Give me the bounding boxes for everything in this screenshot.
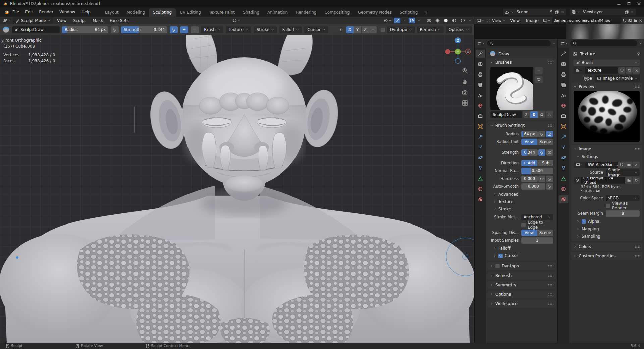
advanced-subpanel[interactable]: Advanced [488,191,556,198]
radius-slider[interactable]: 64 px [521,131,538,137]
symmetry-z-toggle[interactable]: Z [362,26,369,33]
dyntopo-checkbox[interactable] [495,264,500,268]
texture-dropdown[interactable]: Texture [226,26,251,33]
fake-user-shield-button[interactable] [530,111,538,118]
copy-brush-button[interactable] [538,111,545,118]
radius-pressure-button[interactable] [111,26,119,33]
options-header[interactable]: Options [488,290,556,298]
mapping-subpanel[interactable]: Mapping [571,225,642,233]
gizmo-negative-z-axis[interactable] [455,59,461,64]
alpha-subpanel[interactable]: Alpha [571,218,642,225]
tab-animation[interactable]: Animation [263,8,292,17]
brush-select-dropdown[interactable] [535,67,543,74]
tab-physics[interactable] [476,154,485,162]
image-editor-menu-image[interactable]: Image [523,18,541,23]
mode-selector[interactable]: Sculpt Mode [13,17,53,24]
shading-rendered-button[interactable] [460,18,466,23]
panel-grip[interactable] [548,302,553,305]
unlink-button[interactable] [633,162,640,168]
navigation-gizmo[interactable]: Z X Y [444,36,472,64]
spacing-scene[interactable]: Scene [537,230,553,236]
panel-grip[interactable] [635,148,640,151]
type-dropdown[interactable]: Image or Movie [595,75,640,82]
image-editor-mode-selector[interactable]: View [486,18,506,23]
copy-icon[interactable] [555,10,559,14]
tab-render[interactable] [559,60,568,68]
tab-object-data[interactable] [559,174,568,183]
panel-grip[interactable] [548,61,553,64]
filter-dropdown-icon[interactable] [639,42,642,45]
cursor-dropdown[interactable]: Cursor [304,26,328,33]
close-icon[interactable] [560,10,565,14]
snapping-dropdown[interactable] [402,19,407,22]
image-header[interactable]: Image [571,145,642,153]
tab-object-data[interactable] [476,174,485,183]
tab-tool[interactable] [559,50,568,58]
tab-scene[interactable] [559,91,568,99]
cursor-checkbox[interactable] [498,254,503,258]
panel-grip[interactable] [548,293,553,296]
menu-render[interactable]: Render [36,10,56,14]
settings-subpanel-header[interactable]: Settings [571,153,642,160]
symmetry-dropdown[interactable] [369,26,377,33]
pivot-point-dropdown[interactable] [383,18,392,23]
remesh-header[interactable]: Remesh [488,271,556,280]
add-workspace-button[interactable]: + [422,8,430,17]
tab-rendering[interactable]: Rendering [292,8,320,17]
tab-physics[interactable] [559,154,568,162]
hardness-pressure-button[interactable] [546,176,553,182]
radius-slider[interactable]: Radius 64 px [62,26,108,33]
overlays-toggle[interactable] [426,18,432,24]
tab-world[interactable] [476,102,485,110]
color-space-dropdown[interactable]: sRGB [606,195,640,201]
symmetry-y-toggle[interactable]: Y [354,26,361,33]
view-as-render-checkbox[interactable] [606,204,610,208]
hardness-slider[interactable]: 0.000 [521,176,538,182]
cursor-subpanel[interactable]: Cursor [488,252,556,259]
tab-particles[interactable] [476,143,485,151]
copy-icon[interactable] [628,18,632,23]
dyntopo-checkbox[interactable] [381,28,385,32]
brush-icon-button[interactable] [535,76,543,83]
tab-texture[interactable] [559,195,568,203]
direction-subtract-button[interactable]: − [191,26,199,33]
filter-dropdown-icon[interactable] [552,42,556,45]
viewport-menu-view[interactable]: View [54,18,69,23]
proportional-falloff-toggle[interactable] [409,18,415,23]
tab-collection[interactable] [559,112,568,120]
radius-tablet-button[interactable] [546,131,553,137]
properties-editor-type-button[interactable] [476,41,485,46]
copy-icon-button[interactable] [626,67,633,74]
texture-preview-image[interactable] [574,91,640,142]
close-button[interactable] [634,0,644,7]
panel-grip[interactable] [548,265,553,268]
shading-wireframe-button[interactable] [434,18,441,23]
strength-pressure-button[interactable] [538,149,545,156]
brush-datablock-field[interactable]: SculptDraw [12,26,60,33]
maximize-button[interactable] [624,0,634,7]
panel-grip[interactable] [548,124,553,127]
menu-window[interactable]: Window [56,10,78,14]
seam-margin-field[interactable]: 8 [606,210,640,217]
source-dropdown[interactable]: Single Image [606,169,640,176]
editor-type-button[interactable] [2,18,11,23]
unlink-button[interactable] [633,67,640,74]
viewport-menu-face-sets[interactable]: Face Sets [107,18,131,23]
stroke-dropdown[interactable]: Stroke [254,26,277,33]
tab-object[interactable] [559,122,568,131]
image-datablock-dropdown[interactable] [542,18,551,23]
remesh-dropdown[interactable]: Remesh [417,26,444,33]
normal-radius-slider[interactable]: 0.500 [521,168,553,174]
tab-object[interactable] [476,122,485,131]
image-name-field[interactable]: damien-guimoneau-plan04.jpg [552,17,622,24]
viewport-menu-sculpt[interactable]: Sculpt [70,18,88,23]
image-editor-menu-view[interactable]: View [507,18,522,23]
scene-name[interactable]: Scene [515,10,548,14]
image-editor-content[interactable] [474,24,644,39]
reload-image-button[interactable] [633,177,640,184]
tab-scene[interactable] [476,91,485,99]
properties-search-input[interactable] [487,40,551,46]
tab-particles[interactable] [559,143,568,151]
pack-image-button[interactable] [574,177,581,184]
falloff-subpanel[interactable]: Falloff [488,245,556,252]
